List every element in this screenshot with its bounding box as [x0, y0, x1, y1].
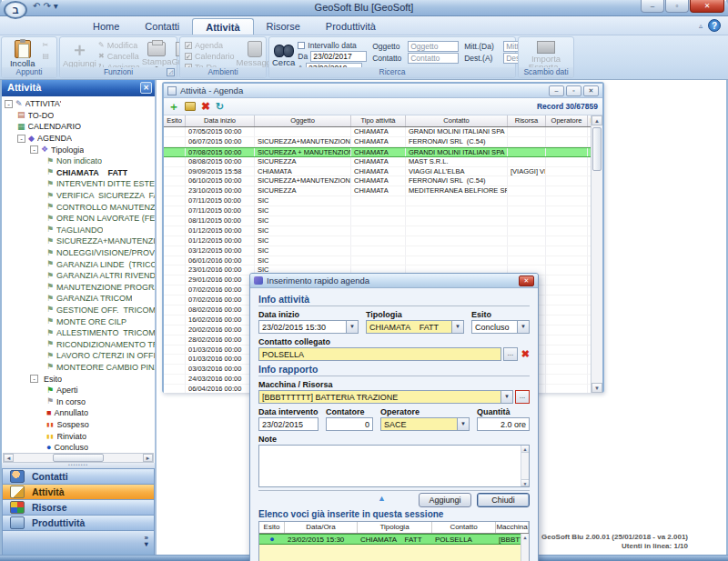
- tree-item[interactable]: SICUREZZA+MANUTENZIO: [2, 235, 155, 247]
- scroll-right-icon[interactable]: ►: [143, 454, 153, 462]
- tree-item[interactable]: Concluso: [2, 442, 155, 453]
- search-button[interactable]: Cerca: [272, 39, 295, 71]
- start-date-input[interactable]: 23/02/2015 15:30: [258, 320, 346, 334]
- agenda-restore-button[interactable]: ▫: [566, 85, 581, 96]
- tree-item[interactable]: ATTIVITA': [2, 98, 155, 110]
- table-row[interactable]: 01/12/2015 00:00 SIC: [164, 226, 591, 236]
- tree-item[interactable]: GESTIONE OFF. TRICOM: [2, 305, 155, 316]
- tree-item[interactable]: TAGLIANDO: [2, 225, 155, 236]
- cut-button[interactable]: ✂: [42, 40, 52, 50]
- table-row[interactable]: 09/09/2015 15:58 CHIAMATA CHIAMATA VIAGG…: [164, 167, 591, 177]
- ribbon-collapse-icon[interactable]: ▵: [699, 22, 703, 30]
- table-row[interactable]: 08/08/2015 00:00 SICUREZZA CHIAMATA MAST…: [164, 157, 591, 167]
- ribbon-tab[interactable]: Risorse: [254, 18, 313, 35]
- column-header[interactable]: Macchina: [496, 522, 529, 533]
- table-row[interactable]: 23/10/2015 00:00 SICUREZZA CHIAMATA MEDI…: [164, 186, 591, 196]
- clear-contact-icon[interactable]: ✖: [521, 347, 530, 361]
- table-row[interactable]: 03/12/2015 00:00 SIC: [164, 246, 591, 256]
- grid-vertical-scrollbar[interactable]: ▲ ▼: [591, 115, 602, 393]
- list-item[interactable]: 23/02/2015 15:30 CHIAMATA FATT POLSELLA …: [259, 534, 521, 545]
- tree-expander[interactable]: [5, 100, 13, 108]
- tree-expander[interactable]: [17, 135, 25, 143]
- tree-horizontal-scrollbar[interactable]: ◄ ►: [3, 453, 154, 463]
- sidebar-nav-button[interactable]: Risorse: [2, 499, 155, 515]
- tree-item[interactable]: RICONDIZIONAMENTO TR: [2, 338, 155, 350]
- tree-item[interactable]: Sospeso: [2, 419, 155, 431]
- close-button[interactable]: ✕: [690, 0, 724, 13]
- notes-textarea[interactable]: [259, 446, 529, 486]
- dropdown-icon[interactable]: ▼: [500, 390, 513, 404]
- paste-button[interactable]: Incolla: [5, 39, 40, 71]
- column-header[interactable]: Contatto: [432, 522, 496, 533]
- app-button[interactable]: ב: [4, 1, 27, 19]
- table-row[interactable]: 06/07/2015 00:00 SICUREZZA+MANUTENZIONE …: [164, 137, 591, 147]
- table-row[interactable]: 07/08/2015 00:00 SICUREZZA + MANUTENZION…: [164, 147, 591, 157]
- tree-item[interactable]: CALENDARIO: [2, 121, 155, 133]
- tree-item[interactable]: Rinviato: [2, 430, 155, 442]
- tree-item[interactable]: Annullato: [2, 407, 155, 419]
- print-button[interactable]: Stampa▾: [142, 39, 172, 71]
- agenda-minimize-button[interactable]: –: [549, 85, 564, 96]
- column-header[interactable]: Data inizio: [186, 115, 255, 126]
- tree-item[interactable]: Non indicato: [2, 155, 155, 167]
- delete-button[interactable]: ✖Cancella: [98, 51, 140, 61]
- scroll-up-icon[interactable]: ▲: [592, 115, 602, 125]
- tree-item[interactable]: ALLESTIMENTO TRICOM: [2, 327, 155, 339]
- tree-item[interactable]: INTERVENTI DITTE ESTER: [2, 178, 155, 190]
- delete-record-icon[interactable]: ✖: [201, 100, 210, 113]
- tree-expander[interactable]: [30, 375, 38, 383]
- refresh-records-icon[interactable]: ↻: [216, 100, 224, 113]
- dropdown-icon[interactable]: ▼: [451, 320, 464, 334]
- column-header[interactable]: Esito: [164, 115, 186, 126]
- machine-resource-select[interactable]: [BBBTTTTTT] BATTERIA TRAZIONE: [258, 390, 500, 404]
- agenda-close-button[interactable]: ✕: [583, 85, 599, 96]
- tree-item[interactable]: MANUTENZIONE PROGRAM: [2, 282, 155, 294]
- tree-item[interactable]: TO-DO: [2, 110, 155, 122]
- close-dialog-button[interactable]: Chiudi: [477, 493, 530, 507]
- column-header[interactable]: Operatore: [546, 115, 588, 126]
- tree-item[interactable]: GARANZIA LINDE (TRICOM: [2, 258, 155, 270]
- table-row[interactable]: 08/11/2015 00:00 SIC: [164, 216, 591, 226]
- tree-item[interactable]: CONTROLLO MANUTENZ. I: [2, 201, 155, 213]
- list-vertical-scrollbar[interactable]: ▲▼: [521, 534, 529, 561]
- tree-item[interactable]: ORE NON LAVORATE (FER: [2, 213, 155, 225]
- tree-item[interactable]: CHIAMATA FATT: [2, 167, 155, 179]
- ribbon-tab[interactable]: Contatti: [132, 18, 192, 35]
- scroll-down-icon[interactable]: ▼: [592, 383, 602, 393]
- restore-button[interactable]: ▫: [665, 0, 689, 13]
- dialog-launcher-icon[interactable]: ◿: [167, 68, 175, 76]
- column-header[interactable]: Oggetto: [255, 115, 351, 126]
- add-record-icon[interactable]: ＋: [168, 100, 179, 113]
- edit-button[interactable]: ✎Modifica: [98, 40, 140, 50]
- contact-input[interactable]: [408, 53, 459, 64]
- help-icon[interactable]: ?: [708, 19, 721, 32]
- column-header[interactable]: Esito: [259, 522, 285, 533]
- add-button[interactable]: ＋ Aggiungi: [63, 39, 96, 71]
- typology-select[interactable]: CHIAMATA FATT: [366, 320, 451, 334]
- tree-item[interactable]: NOLEGGI/VISIONE/PROVE: [2, 247, 155, 259]
- sidebar-nav-button[interactable]: Attività: [2, 484, 155, 499]
- table-row[interactable]: 07/11/2015 00:00 SIC: [164, 206, 591, 216]
- browse-machine-button[interactable]: ...: [515, 390, 530, 404]
- column-header[interactable]: Tipologia: [358, 522, 432, 533]
- tree-item[interactable]: GARANZIA ALTRI RIVEND.: [2, 270, 155, 282]
- date-range-toggle[interactable]: Intervallo data: [298, 40, 367, 50]
- minimize-button[interactable]: –: [641, 0, 664, 13]
- column-header[interactable]: Risorsa: [508, 115, 546, 126]
- column-header[interactable]: Data/Ora: [285, 522, 358, 533]
- table-row[interactable]: 06/01/2016 00:00 SIC: [164, 256, 591, 266]
- agenda-toggle[interactable]: ✔Agenda: [185, 40, 235, 50]
- tree-item[interactable]: GARANZIA TRICOM: [2, 293, 155, 305]
- import-export-button[interactable]: ImportaEsporta ▾: [521, 39, 571, 71]
- sidebar-nav-button[interactable]: Produttività: [2, 515, 155, 530]
- sidebar-overflow-icon[interactable]: »▾: [145, 535, 148, 547]
- table-row[interactable]: 07/11/2015 00:00 SIC: [164, 196, 591, 206]
- from-date-input[interactable]: [310, 51, 367, 62]
- tree-item[interactable]: AGENDA: [2, 133, 155, 145]
- tree-item[interactable]: LAVORO C/TERZI IN OFFIC: [2, 350, 155, 362]
- collapse-panel-icon[interactable]: ▲: [378, 494, 386, 503]
- sidebar-close-icon[interactable]: ✕: [140, 82, 152, 94]
- ribbon-tab[interactable]: Attività: [192, 18, 253, 35]
- dropdown-icon[interactable]: ▼: [517, 320, 530, 334]
- table-row[interactable]: 06/10/2015 00:00 SICUREZZA+MANUTENZIONE …: [164, 176, 591, 186]
